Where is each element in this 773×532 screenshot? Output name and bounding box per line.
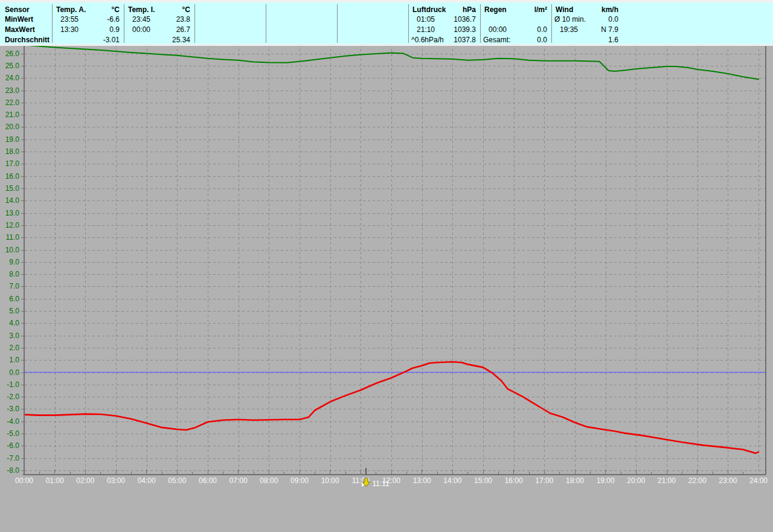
weather-chart-window: { "header": { "title": "Donnerstag, 19.0…: [0, 0, 773, 532]
col-unit-regen: l/m²: [484, 5, 547, 14]
cell-temp-a-value: -6.6: [56, 15, 120, 24]
x-axis-tick-label: 10:00: [321, 476, 339, 485]
x-axis-tick-label: 07:00: [229, 476, 248, 485]
x-axis-tick-label: 06:00: [199, 476, 217, 485]
cell-temp-i-value: 26.7: [128, 25, 190, 34]
y-axis-tick-label: 20.0: [5, 123, 20, 131]
y-axis-tick-label: 8.0: [9, 270, 19, 278]
table-column-divider: [194, 4, 195, 43]
temperature-chart: 28.027.026.025.024.023.022.021.020.019.0…: [0, 0, 773, 487]
x-axis-tick-label: 03:00: [107, 476, 125, 485]
summary-table: SensorMinWertMaxWertDurchschnittTemp. A.…: [0, 0, 773, 46]
col-unit-wind: km/h: [556, 5, 618, 14]
x-axis-tick-label: 01:00: [46, 476, 64, 485]
cell-temp-i-value: 23.8: [128, 15, 190, 24]
y-axis-tick-label: -2.0: [7, 393, 19, 401]
cell-temp-a-value: -3.01: [56, 36, 120, 44]
y-axis-tick-label: 0.0: [9, 368, 19, 377]
row-label-maxwert: MaxWert: [5, 25, 50, 34]
table-column-divider: [124, 4, 124, 43]
y-axis-tick-label: -1.0: [7, 380, 19, 389]
cell-wind-value: 1.6: [556, 36, 618, 44]
x-axis-tick-label: 02:00: [76, 476, 94, 485]
cell-regen-value: 0.0: [484, 25, 547, 34]
x-axis-tick-label: 19:00: [597, 476, 615, 485]
x-axis-tick-label: 22:00: [688, 476, 707, 485]
row-label-sensor: Sensor: [5, 5, 50, 14]
x-axis-tick-label: 04:00: [138, 476, 156, 485]
cell-regen-value: 0.0: [484, 36, 547, 44]
row-label-durchschnitt: Durchschnitt: [5, 36, 50, 44]
x-axis-tick-label: 14:00: [443, 476, 461, 485]
y-axis-tick-label: 13.0: [5, 209, 20, 217]
y-axis-tick-label: -5.0: [7, 429, 19, 438]
x-axis-tick-label: 00:00: [15, 476, 33, 485]
x-axis-tick-label: 17:00: [535, 476, 553, 485]
y-axis-tick-label: 18.0: [5, 147, 20, 156]
cell-temp-i-value: 25.34: [128, 36, 190, 44]
y-axis-tick-label: 17.0: [5, 159, 20, 168]
y-axis-tick-label: 2.0: [9, 344, 19, 352]
x-axis-tick-label: 08:00: [260, 476, 278, 485]
y-axis-tick-label: 15.0: [5, 184, 20, 193]
x-axis-tick-label: 21:00: [658, 476, 676, 485]
x-axis-tick-label: 13:00: [413, 476, 431, 485]
plot-area[interactable]: [24, 29, 765, 475]
y-axis-tick-label: -3.0: [7, 405, 19, 413]
x-axis-tick-label: 23:00: [719, 476, 737, 485]
y-axis-tick-label: 26.0: [5, 50, 20, 58]
cell-temp-a-value: 0.9: [56, 25, 120, 34]
col-unit-temp-i: °C: [128, 5, 190, 14]
y-axis-tick-label: 10.0: [5, 246, 20, 254]
y-axis-tick-label: -8.0: [7, 466, 19, 475]
col-unit-temp-a: °C: [56, 5, 120, 14]
y-axis-tick-label: 7.0: [9, 282, 19, 290]
y-axis-tick-label: 22.0: [5, 98, 20, 107]
y-axis-tick-label: 3.0: [9, 332, 19, 340]
y-axis-tick-label: -7.0: [7, 454, 19, 463]
y-axis-tick-label: 1.0: [9, 356, 19, 364]
table-column-divider: [337, 4, 338, 43]
x-axis-tick-label: 15:00: [474, 476, 492, 485]
y-axis-tick-label: 6.0: [9, 295, 19, 303]
y-axis-tick-label: -4.0: [7, 417, 19, 426]
y-axis-tick-label: 12.0: [5, 221, 20, 229]
cell-wind-value: 0.0: [556, 15, 618, 24]
y-axis-tick-label: 5.0: [9, 307, 19, 315]
cell-wind-value: N 7.9: [556, 25, 618, 34]
table-column-divider: [551, 4, 552, 43]
y-axis-tick-label: 4.0: [9, 319, 19, 327]
y-axis-tick-label: 9.0: [9, 258, 19, 266]
x-axis-tick-label: 18:00: [566, 476, 584, 485]
cell-luftdruck-value: 1039.3: [412, 25, 476, 34]
y-axis-tick-label: 25.0: [5, 62, 20, 70]
cell-luftdruck-value: 1036.7: [412, 15, 476, 24]
x-axis-tick-label: 16:00: [505, 476, 523, 485]
table-column-divider: [408, 4, 409, 43]
table-column-divider: [266, 4, 266, 43]
col-unit-luftdruck: hPa: [412, 5, 476, 14]
y-axis-tick-label: 19.0: [5, 135, 20, 144]
table-column-divider: [52, 4, 53, 43]
y-axis-tick-label: 14.0: [5, 196, 20, 205]
x-axis-tick-label: 24:00: [749, 476, 768, 485]
x-axis-tick-label: 09:00: [290, 476, 309, 485]
row-label-minwert: MinWert: [5, 15, 50, 24]
table-column-divider: [480, 4, 481, 43]
y-axis-tick-label: 11.0: [6, 233, 20, 242]
y-axis-tick-label: 23.0: [5, 86, 20, 95]
x-axis-tick-label: 20:00: [627, 476, 645, 485]
cell-luftdruck-value: 1037.8: [412, 36, 476, 44]
y-axis-tick-label: 24.0: [5, 74, 20, 82]
y-axis-tick-label: 21.0: [5, 111, 20, 119]
time-cursor-label: 11:11: [372, 479, 390, 487]
x-axis-tick-label: 05:00: [168, 476, 186, 485]
y-axis-tick-label: -6.0: [7, 441, 19, 450]
y-axis-tick-label: 16.0: [5, 172, 20, 181]
